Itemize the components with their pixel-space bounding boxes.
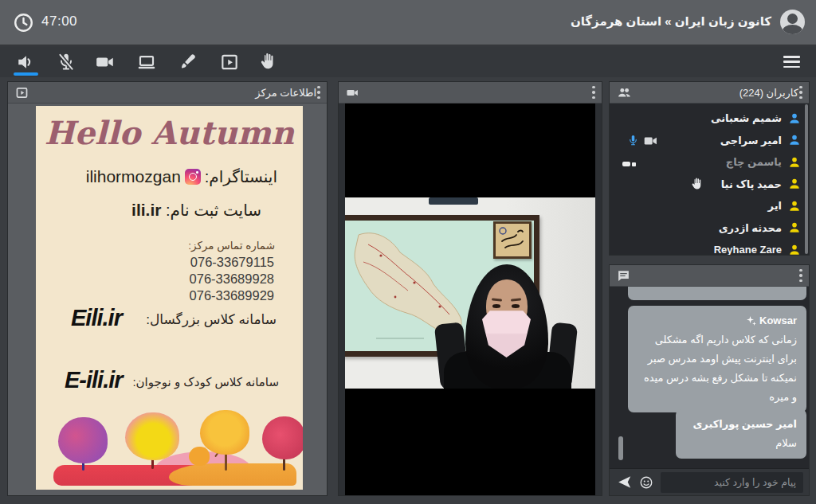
chat-input-bar [610,468,809,495]
user-name: شمیم شعبانی [711,112,782,124]
chat-message: امیر حسین پوراکبری سلام [676,409,806,459]
user-name: یاسمن چاچ [726,156,782,168]
draw-button[interactable] [178,52,198,72]
site-value: ili.ir [131,201,161,219]
chat-messages: Kowsar زمانی که کلاس داریم اگه مشکلی برا… [610,287,809,468]
chat-text: سلام [685,434,797,453]
user-row[interactable]: ایر [610,195,809,217]
chat-sender: Kowsar [759,311,797,330]
session-timer: 47:00 [41,14,77,29]
instagram-label: اینستاگرام: [205,167,277,186]
chat-panel-menu[interactable] [798,268,802,284]
people-icon [617,86,632,100]
users-panel-title: کاربران (224) [740,87,798,99]
user-icon [788,112,801,125]
user-name: امیر سراجی [720,135,782,147]
kids-portal-label: سامانه کلاس کودک و نوجوان: [132,375,279,389]
users-panel-menu[interactable] [798,84,802,101]
chat-sender: امیر حسین پوراکبری [692,415,797,434]
media-pod-icon [15,86,29,100]
menu-button[interactable] [783,56,800,68]
webcam-icon [346,86,359,100]
chat-message-partial [628,287,806,300]
users-list: شمیم شعبانی امیر سراجی یاسمن چاچ حمید پا… [610,104,809,255]
info-panel-menu[interactable] [316,84,320,101]
media-player-button[interactable] [219,52,240,72]
webcam-panel-header [339,82,602,104]
user-name: Reyhane Zare [714,244,782,255]
webcam-panel-menu[interactable] [591,84,594,101]
center-info-poster: Hello Autumn اینستاگرام: ilihormozgan سا… [36,106,303,490]
chat-panel-header [610,265,809,287]
instagram-handle: ilihormozgan [86,167,181,186]
chat-message: Kowsar زمانی که کلاس داریم اگه مشکلی برا… [628,306,806,412]
user-avatar[interactable] [780,10,805,34]
user-icon [788,134,801,147]
poster-instagram-line: اینستاگرام: ilihormozgan [86,167,277,186]
top-bar: 47:00 کانون زبان ایران » استان هرمزگان [0,0,816,45]
users-panel: کاربران (224) شمیم شعبانی امیر سراجی یاس… [610,82,809,255]
user-webcam-icon [644,136,657,146]
raise-hand-button[interactable] [257,52,278,72]
emoji-icon[interactable] [639,475,653,490]
phone-numbers: 076-33679115 076-33689928 076-33689929 [190,254,274,304]
phone-number: 076-33689928 [190,271,274,287]
site-label: سایت ثبت نام: [166,201,261,219]
poster-site-line: سایت ثبت نام: ili.ir [131,201,261,220]
user-row[interactable]: حمید پاک نیا [610,174,809,196]
webcam-video [345,104,595,495]
info-panel: اطلاعات مرکز Hello Autumn اینستاگرام: il… [8,82,327,495]
user-name: حمید پاک نیا [721,178,782,190]
user-microphone-icon [627,134,639,147]
phone-label: شماره تماس مرکز: [188,239,275,252]
webcam-button[interactable] [95,52,116,72]
chat-icon [617,269,630,283]
main-toolbar [0,46,816,77]
webcam-panel [339,82,602,495]
send-icon[interactable] [617,475,632,489]
user-icon [788,178,801,190]
user-name: ایر [768,200,782,212]
active-tool-underline [14,72,38,76]
kids-portal-value: E-ili.ir [65,367,123,393]
users-panel-header: کاربران (224) [610,82,809,104]
chat-scrollbar[interactable] [618,436,623,460]
user-name: محدثه اژدری [719,222,782,234]
poster-heading: Hello Autumn [36,114,303,151]
adult-portal-label: سامانه کلاس بزرگسال: [146,311,277,328]
user-icon [788,200,801,213]
user-icon [788,156,801,169]
phone-number: 076-33689929 [190,287,274,304]
screen-share-button[interactable] [136,52,157,72]
users-scrollbar[interactable] [805,104,808,254]
autumn-trees-illustration [36,414,303,490]
user-raised-hand-icon [689,177,704,192]
phone-number: 076-33679115 [190,254,274,271]
webcam-picture [345,197,595,389]
chat-text: زمانی که کلاس داریم اگه مشکلی برای اینتر… [638,330,797,407]
chat-panel: Kowsar زمانی که کلاس داریم اگه مشکلی برا… [610,265,809,495]
user-row[interactable]: امیر سراجی [610,130,809,152]
user-row[interactable]: Reyhane Zare [610,239,809,255]
instagram-icon [185,169,201,185]
user-row[interactable]: شمیم شعبانی [610,107,809,130]
user-row[interactable]: محدثه اژدری [610,217,809,240]
user-row[interactable]: یاسمن چاچ [610,151,809,174]
info-panel-header: اطلاعات مرکز [8,82,327,104]
user-icon [788,221,801,234]
sparkles-icon [747,316,756,326]
info-panel-title: اطلاعات مرکز [255,87,316,99]
user-icon [788,244,801,255]
adult-portal-value: Eili.ir [71,305,122,331]
microphone-muted-button[interactable] [56,52,76,72]
chat-message-input[interactable] [661,472,803,493]
room-title: کانون زبان ایران » استان هرمزگان [571,14,771,29]
calligraphy-frame [493,221,532,259]
speaker-button[interactable] [16,52,37,72]
clock-icon [12,11,35,34]
